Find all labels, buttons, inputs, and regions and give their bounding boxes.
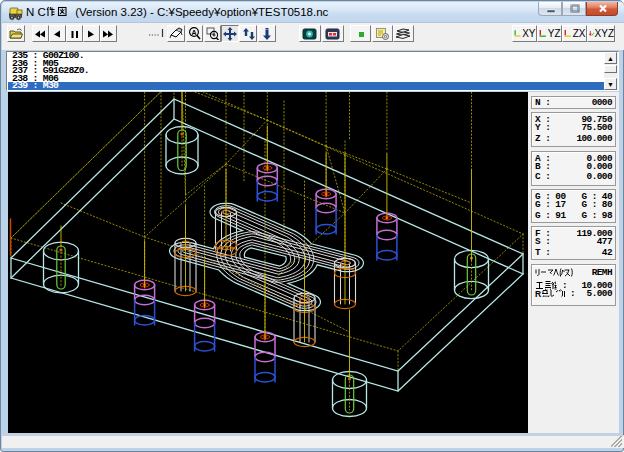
svg-text:A: A: [191, 29, 196, 36]
svg-text:R: R: [535, 289, 541, 298]
